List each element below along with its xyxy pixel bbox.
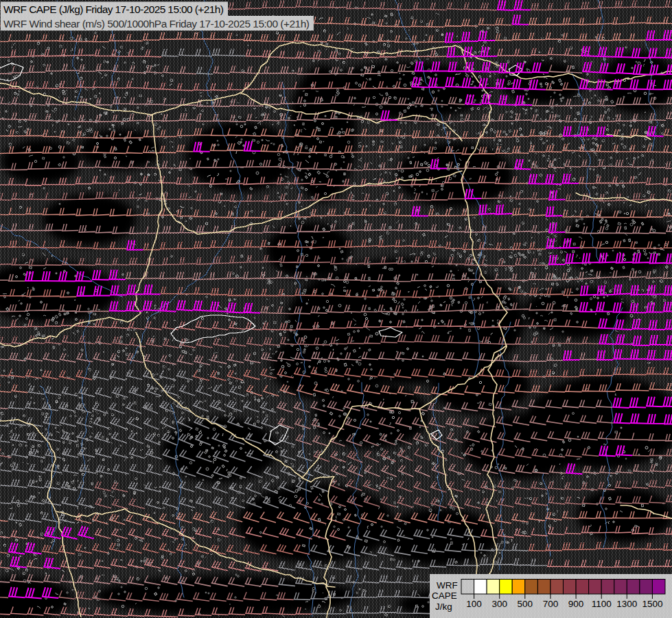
svg-text:CAPE: CAPE [432, 591, 457, 601]
svg-text:WRF Wind shear (m/s) 500/1000h: WRF Wind shear (m/s) 500/1000hPa Friday … [3, 18, 310, 30]
svg-text:700: 700 [543, 599, 559, 609]
svg-text:100: 100 [466, 599, 482, 609]
svg-text:WRF: WRF [437, 580, 458, 591]
svg-text:1500: 1500 [642, 599, 662, 609]
svg-text:500: 500 [518, 599, 533, 609]
svg-text:300: 300 [491, 599, 507, 609]
svg-text:1300: 1300 [616, 599, 637, 609]
svg-text:WRF CAPE (J/kg) Friday 17-10-2: WRF CAPE (J/kg) Friday 17-10-2025 15:00 … [3, 3, 224, 15]
svg-text:1100: 1100 [592, 599, 612, 609]
svg-text:900: 900 [568, 599, 584, 609]
svg-text:J/kg: J/kg [435, 602, 452, 612]
